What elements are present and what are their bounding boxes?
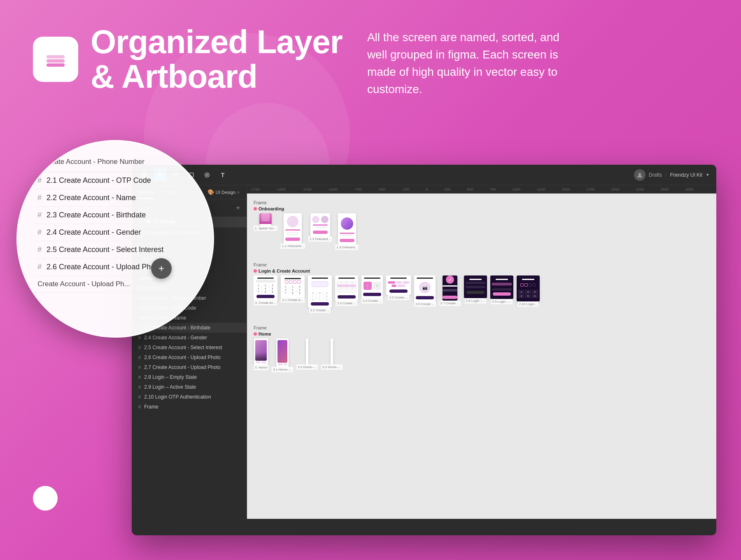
zoom-layer-otp[interactable]: # 2.1 Create Account - OTP Code [34,172,205,189]
la-input2 [492,288,512,291]
home2-label: 3.2 Home–... [296,364,318,370]
frame-group-login-create: Frame Login & Create Account [254,262,710,313]
login-create-screens: 1 2 3 4 5 6 7 8 [254,275,710,313]
layer-item-gender[interactable]: # 2.4 Create Account - Gender [132,333,247,343]
add-page-button[interactable]: + [236,204,240,212]
screen-create-name[interactable]: q w e r t y u i [308,275,332,313]
svg-rect-0 [47,55,65,58]
canvas-content: Frame Onboarding [247,194,716,519]
otp-box-1 [285,280,288,284]
figma-canvas: -1750 -1500 -1250 -1000 -750 -500 -250 0… [247,185,716,519]
frame-group-onboarding: Frame Onboarding [254,200,710,250]
onboard2-btn [313,231,328,234]
layer-item-frame[interactable]: # Frame [132,402,247,412]
screen-onboard1[interactable]: 1.1 Onboardi... [281,213,305,249]
pink-dot-icon-3 [254,332,257,336]
screen-splash[interactable]: 1. Spash Scr... [254,213,277,231]
zoom-layer-gender[interactable]: # 2.4 Create Account - Gender [34,224,205,241]
ci-tags [388,281,409,287]
cb-d1: 1 [340,282,341,284]
screen-create-gender[interactable]: ♀ ♂ [361,275,383,303]
up-avatar: 📷 [419,282,431,293]
screen-home-3[interactable]: 3.3 Home–... [321,338,343,370]
screen-onboard2[interactable]: 1.2 Onboard... [308,213,332,242]
screen-create-birth[interactable]: 1 2 3 4 5 6 [335,275,358,306]
la-btn [493,292,511,296]
onboard2-thumb-box [310,213,330,236]
zoom-layer-birthdate[interactable]: # 2.3 Create Account - Birthdate [34,207,205,224]
cn-key-r: r [310,294,316,297]
le-title [469,279,482,280]
zoom-layer-interest[interactable]: # 2.5 Create Account - Select Interest [34,241,205,259]
home1-tags [277,364,287,365]
ci-tag5 [397,285,405,287]
user-avatar [634,169,645,181]
figma-window: T Drafts / Friendzy UI Kit ▼ Layers Asse… [132,165,716,535]
screen-home-2[interactable]: ♥ 3.2 Home–... [296,338,318,370]
home-section-tag: Home [254,331,710,336]
screen-verified[interactable]: ✓ 2.7 Create ... [439,275,461,306]
add-layer-button[interactable]: + [151,258,172,279]
home-main-overlay [255,352,267,361]
zoom-layer-upload[interactable]: # 2.6 Create Account - Upload Photo [34,259,205,276]
screen-onboard3[interactable]: 1.3 Onboard... [335,213,359,250]
zoom-layer-name[interactable]: # 2.2 Create Account - Name [34,189,205,207]
screen-create-phone[interactable]: 1 2 3 4 5 6 7 8 [254,275,277,306]
hash-icon-birthdate: # [37,211,42,219]
layer-item-photo2[interactable]: # 2.7 Create Account - Upload Photo [132,362,247,372]
otp-key-2: 2 [289,285,296,288]
layer-item-login-active[interactable]: # 2.9 Login – Active State [132,382,247,392]
frame-label-1: Frame [254,200,710,205]
text-tool-icon[interactable]: T [217,169,229,181]
screen-create-interest[interactable]: 2.5 Create ... [386,275,411,300]
cg-female: ♀ [364,282,372,290]
figma-panels: Layers Assets 🎨 UI Design ∧ Pages + [132,185,716,519]
pen-tool-icon[interactable] [201,169,213,181]
cb-date-picker: 1 2 3 4 5 6 [337,281,357,293]
layer-item-interest[interactable]: # 2.5 Create Account - Select Interest [132,343,247,352]
screen-login-otp[interactable]: 1 2 3 4 5 6 [517,275,540,307]
cn-title [312,278,328,279]
frame-label-3: Frame [254,325,710,330]
breadcrumb-project: Friendzy UI Kit [670,172,702,178]
screen-home-main[interactable]: 3. Home [254,338,268,370]
lo-keypad: 1 2 3 4 5 6 [518,290,538,298]
layer-item-photo1[interactable]: # 2.6 Create Account - Upload Photo [132,352,247,362]
otp-key-4: 4 [282,288,289,291]
breadcrumb-separator: / [665,172,666,178]
zoom-layer-gender-label: 2.4 Create Account - Gender [47,228,141,237]
otp-box-2 [289,280,292,284]
home2-box: ♥ [306,338,308,364]
dropdown-arrow-icon[interactable]: ▼ [706,173,710,177]
home-main-photo [255,340,267,361]
splash-text [259,224,272,226]
hash-icon-gender: # [37,228,42,237]
onboard3-thumb-box [338,213,356,245]
cn-key-q: q [310,291,316,294]
screen-login-active[interactable]: 2.9 Login –... [490,275,513,304]
canvas-frames: Frame Onboarding [247,194,716,385]
zoom-layer-phone[interactable]: .. Create Account - Phone Number [34,154,205,172]
zoom-layer-birthdate-label: 2.3 Create Account - Birthdate [47,211,146,219]
hash-icon-upload: # [37,263,42,271]
layer-item-login-empty[interactable]: # 2.8 Login – Empty State [132,372,247,382]
onboarding-screens: 1. Spash Scr... [254,213,710,250]
home3-img [331,338,333,364]
cn-name-input [312,281,328,287]
screen-home-1[interactable]: 3.1 Home–... [272,338,293,372]
breadcrumb-drafts: Drafts [649,172,662,178]
onboard2-circles [312,216,329,223]
cp-keypad: 1 2 3 4 5 6 7 8 [255,284,276,294]
layer-item-login-otp[interactable]: # 2.10 Login OTP Authentication [132,392,247,402]
ui-design-dropdown[interactable]: 🎨 UI Design ∧ [207,189,240,199]
screen-upload-photo[interactable]: 📷 2.6 Create ... [414,275,436,307]
upload-photo-img: 📷 [414,275,436,301]
screen-login-empty[interactable]: 2.8 Login –... [464,275,487,303]
home-main-img [254,338,268,365]
screen-otp[interactable]: 1 2 3 4 5 6 7 8 [281,275,305,303]
main-title: Organized Layer & Artboard [91,25,343,94]
zoom-layer-upload2-label: Create Account - Upload Ph... [37,280,130,288]
create-birth-box: 1 2 3 4 5 6 [335,275,358,301]
lo-box4 [533,283,536,287]
zoom-layer-upload2[interactable]: Create Account - Upload Ph... [34,276,205,293]
